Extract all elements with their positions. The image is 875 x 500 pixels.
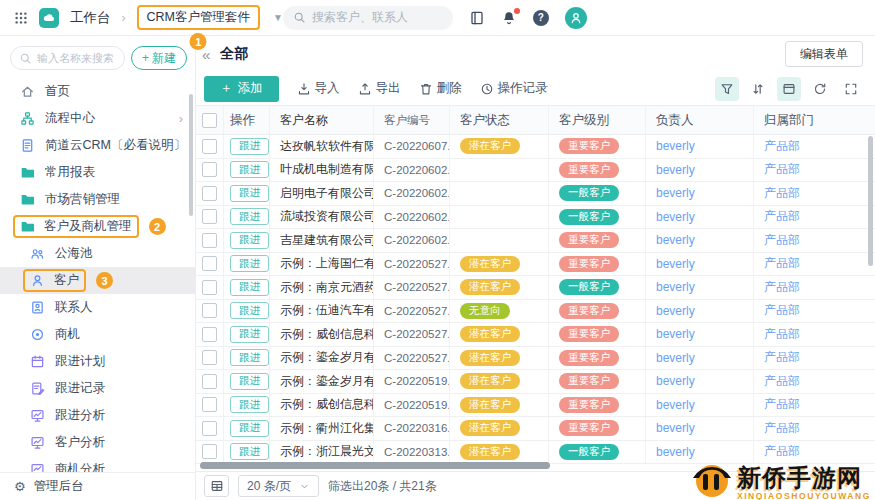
field-settings-button[interactable]: [204, 475, 229, 497]
sidebar-scrollbar[interactable]: [189, 94, 193, 216]
owner-link[interactable]: beverly: [656, 139, 695, 153]
address-book-icon[interactable]: [469, 10, 485, 26]
department-link[interactable]: 产品部: [764, 326, 800, 343]
owner-link[interactable]: beverly: [656, 351, 695, 365]
help-icon[interactable]: ?: [533, 10, 549, 26]
row-checkbox[interactable]: [202, 162, 217, 177]
row-checkbox[interactable]: [202, 421, 217, 436]
sidebar-item[interactable]: 客户3: [0, 267, 195, 294]
owner-link[interactable]: beverly: [656, 374, 695, 388]
follow-up-button[interactable]: 跟进: [230, 302, 269, 319]
owner-link[interactable]: beverly: [656, 398, 695, 412]
avatar[interactable]: [565, 7, 587, 29]
filter-button[interactable]: [715, 77, 739, 101]
select-all-checkbox[interactable]: [202, 113, 217, 128]
import-button[interactable]: 导入: [297, 80, 340, 97]
sidebar-item-label: 常用报表: [45, 164, 95, 181]
department-link[interactable]: 产品部: [764, 279, 800, 296]
row-checkbox[interactable]: [202, 444, 217, 459]
department-link[interactable]: 产品部: [764, 420, 800, 437]
owner-link[interactable]: beverly: [656, 210, 695, 224]
sort-button[interactable]: [746, 77, 770, 101]
sidebar-item[interactable]: 联系人: [0, 294, 195, 321]
row-checkbox[interactable]: [202, 139, 217, 154]
chevron-down-icon[interactable]: ▼: [273, 12, 283, 23]
apps-grid-icon[interactable]: [14, 11, 28, 25]
owner-link[interactable]: beverly: [656, 233, 695, 247]
row-checkbox[interactable]: [202, 327, 217, 342]
sidebar-item[interactable]: 客户及商机管理2: [0, 213, 195, 240]
owner-link[interactable]: beverly: [656, 257, 695, 271]
row-checkbox[interactable]: [202, 233, 217, 248]
row-checkbox[interactable]: [202, 303, 217, 318]
delete-button[interactable]: 删除: [419, 80, 462, 97]
department-link[interactable]: 产品部: [764, 138, 800, 155]
row-checkbox[interactable]: [202, 280, 217, 295]
follow-up-button[interactable]: 跟进: [230, 279, 269, 296]
sidebar-item[interactable]: 首页: [0, 78, 195, 105]
display-card-button[interactable]: [777, 77, 801, 101]
department-link[interactable]: 产品部: [764, 232, 800, 249]
sidebar-item[interactable]: 简道云CRM〔必看说明〕: [0, 132, 195, 159]
edit-form-button[interactable]: 编辑表单: [785, 41, 863, 67]
owner-link[interactable]: beverly: [656, 421, 695, 435]
department-link[interactable]: 产品部: [764, 373, 800, 390]
department-link[interactable]: 产品部: [764, 349, 800, 366]
sidebar-item[interactable]: 市场营销管理: [0, 186, 195, 213]
follow-up-button[interactable]: 跟进: [230, 161, 269, 178]
row-checkbox[interactable]: [202, 350, 217, 365]
department-link[interactable]: 产品部: [764, 185, 800, 202]
follow-up-button[interactable]: 跟进: [230, 232, 269, 249]
sidebar-search-input[interactable]: 输入名称来搜索: [10, 46, 125, 70]
page-size-select[interactable]: 20 条/页: [238, 475, 319, 497]
refresh-button[interactable]: [808, 77, 832, 101]
vertical-scrollbar[interactable]: [868, 136, 873, 266]
sidebar-item[interactable]: 商机: [0, 321, 195, 348]
app-title[interactable]: CRM客户管理套件 1: [137, 5, 260, 30]
follow-up-button[interactable]: 跟进: [230, 208, 269, 225]
department-link[interactable]: 产品部: [764, 255, 800, 272]
owner-link[interactable]: beverly: [656, 327, 695, 341]
sidebar-item[interactable]: 常用报表: [0, 159, 195, 186]
sidebar-item[interactable]: 跟进分析: [0, 402, 195, 429]
follow-up-button[interactable]: 跟进: [230, 138, 269, 155]
sidebar-item[interactable]: 公海池: [0, 240, 195, 267]
export-button[interactable]: 导出: [358, 80, 401, 97]
owner-link[interactable]: beverly: [656, 304, 695, 318]
department-link[interactable]: 产品部: [764, 208, 800, 225]
operation-log-button[interactable]: 操作记录: [480, 80, 548, 97]
row-checkbox[interactable]: [202, 209, 217, 224]
new-button[interactable]: + 新建: [131, 46, 187, 70]
sidebar-item[interactable]: 流程中心›: [0, 105, 195, 132]
follow-up-button[interactable]: 跟进: [230, 185, 269, 202]
row-checkbox[interactable]: [202, 397, 217, 412]
fullscreen-button[interactable]: [839, 77, 863, 101]
follow-up-button[interactable]: 跟进: [230, 443, 269, 460]
customer-code: C-20220527...: [374, 253, 450, 276]
follow-up-button[interactable]: 跟进: [230, 326, 269, 343]
department-link[interactable]: 产品部: [764, 302, 800, 319]
follow-up-button[interactable]: 跟进: [230, 255, 269, 272]
row-checkbox[interactable]: [202, 186, 217, 201]
sidebar-item[interactable]: 客户分析: [0, 429, 195, 456]
workspace-link[interactable]: 工作台: [70, 9, 111, 27]
add-button[interactable]: ＋ 添加: [204, 76, 279, 102]
follow-up-button[interactable]: 跟进: [230, 373, 269, 390]
sidebar-item[interactable]: 跟进计划: [0, 348, 195, 375]
row-checkbox[interactable]: [202, 374, 217, 389]
jiandaoyun-logo-icon[interactable]: [39, 8, 59, 28]
department-link[interactable]: 产品部: [764, 161, 800, 178]
owner-link[interactable]: beverly: [656, 163, 695, 177]
horizontal-scrollbar[interactable]: [200, 462, 550, 469]
follow-up-button[interactable]: 跟进: [230, 396, 269, 413]
sidebar-item[interactable]: 跟进记录: [0, 375, 195, 402]
notifications-button[interactable]: [501, 10, 517, 26]
follow-up-button[interactable]: 跟进: [230, 420, 269, 437]
row-checkbox[interactable]: [202, 256, 217, 271]
sidebar-item-admin-backend[interactable]: ⚙ 管理后台: [0, 472, 195, 500]
department-link[interactable]: 产品部: [764, 396, 800, 413]
owner-link[interactable]: beverly: [656, 280, 695, 294]
owner-link[interactable]: beverly: [656, 186, 695, 200]
follow-up-button[interactable]: 跟进: [230, 349, 269, 366]
global-search-input[interactable]: 搜索客户、联系人: [283, 6, 453, 30]
